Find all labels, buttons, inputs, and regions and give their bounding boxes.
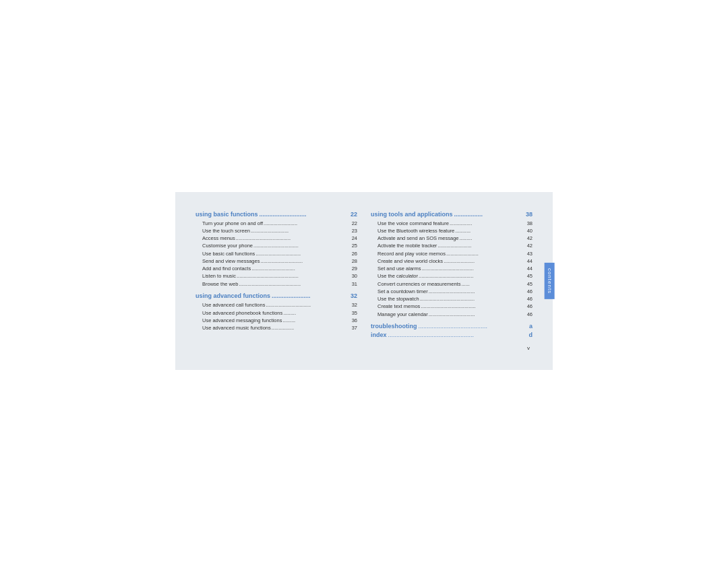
toc-item: Send and view messages .................… bbox=[195, 258, 357, 265]
toc-item: Use the stopwatch ......................… bbox=[371, 296, 533, 303]
page-indicator: v bbox=[371, 345, 533, 351]
toc-item: Listen to music ........................… bbox=[195, 273, 357, 280]
troubleshooting-label: troubleshooting bbox=[371, 323, 417, 330]
section2-title-dots: ....................... bbox=[272, 292, 349, 299]
section2-title-label: using advanced functions bbox=[195, 292, 270, 299]
toc-item: Create text memos ......................… bbox=[371, 303, 533, 310]
section2-items: Use advanced call functions ............… bbox=[195, 302, 357, 332]
toc-item: Set a countdown timer ..................… bbox=[371, 288, 533, 295]
toc-item: Create and view world clocks ...........… bbox=[371, 258, 533, 265]
toc-item: Customise your phone ...................… bbox=[195, 243, 357, 249]
page-container: contents using basic functions .........… bbox=[0, 0, 728, 562]
toc-item: Use the voice command feature ..........… bbox=[371, 220, 533, 227]
section1-title: using basic functions ..................… bbox=[195, 211, 357, 218]
section1-title-page: 22 bbox=[351, 211, 357, 218]
toc-item: Manage your calendar ...................… bbox=[371, 311, 533, 318]
index-label: index bbox=[371, 332, 387, 338]
toc-item: Record and play voice memos ............… bbox=[371, 251, 533, 257]
bottom-links: troubleshooting ........................… bbox=[371, 323, 533, 338]
right-section1-items: Use the voice command feature ..........… bbox=[371, 220, 533, 318]
toc-item: Use the calculator .....................… bbox=[371, 273, 533, 280]
troubleshooting-link: troubleshooting ........................… bbox=[371, 323, 533, 330]
right-section1-title-dots: ................. bbox=[454, 211, 524, 218]
toc-item: Activate and send an SOS message .......… bbox=[371, 235, 533, 242]
right-section1-title-page: 38 bbox=[526, 211, 533, 218]
toc-item: Turn your phone on and off .............… bbox=[195, 220, 357, 227]
toc-item: Activate the mobile tracker ............… bbox=[371, 243, 533, 249]
left-column: using basic functions ..................… bbox=[195, 211, 357, 352]
troubleshooting-page: a bbox=[529, 323, 533, 330]
right-column: using tools and applications ...........… bbox=[371, 211, 533, 352]
toc-item: Use advanced call functions ............… bbox=[195, 302, 357, 309]
toc-item: Use advanced music functions ...........… bbox=[195, 325, 357, 332]
right-section1-title: using tools and applications ...........… bbox=[371, 211, 533, 218]
toc-item: Use the Bluetooth wireless feature .....… bbox=[371, 228, 533, 235]
section1-items: Turn your phone on and off .............… bbox=[195, 220, 357, 288]
section1-title-dots: ............................ bbox=[260, 211, 349, 218]
section1-title-label: using basic functions bbox=[195, 211, 258, 218]
toc-item: Use advanced phonebook functions .......… bbox=[195, 310, 357, 317]
section2-title: using advanced functions ...............… bbox=[195, 292, 357, 299]
troubleshooting-dots: ........................................… bbox=[419, 323, 528, 330]
toc-item: Use the touch screen ...................… bbox=[195, 228, 357, 235]
right-section1-title-label: using tools and applications bbox=[371, 211, 453, 218]
index-link: index ..................................… bbox=[371, 332, 533, 338]
toc-item: Use advanced messaging functions .......… bbox=[195, 317, 357, 324]
toc-item: Convert currencies or measurements .....… bbox=[371, 281, 533, 288]
contents-tab: contents bbox=[544, 263, 554, 299]
section2-title-page: 32 bbox=[351, 292, 357, 299]
content-box: contents using basic functions .........… bbox=[175, 192, 553, 371]
toc-item: Add and find contacts ..................… bbox=[195, 266, 357, 272]
index-page: d bbox=[529, 332, 533, 338]
index-dots: ........................................… bbox=[388, 332, 528, 338]
toc-item: Use basic call functions ...............… bbox=[195, 251, 357, 257]
toc-item: Access menus ...........................… bbox=[195, 235, 357, 242]
toc-item: Set and use alarms .....................… bbox=[371, 266, 533, 272]
toc-item: Browse the web .........................… bbox=[195, 281, 357, 288]
